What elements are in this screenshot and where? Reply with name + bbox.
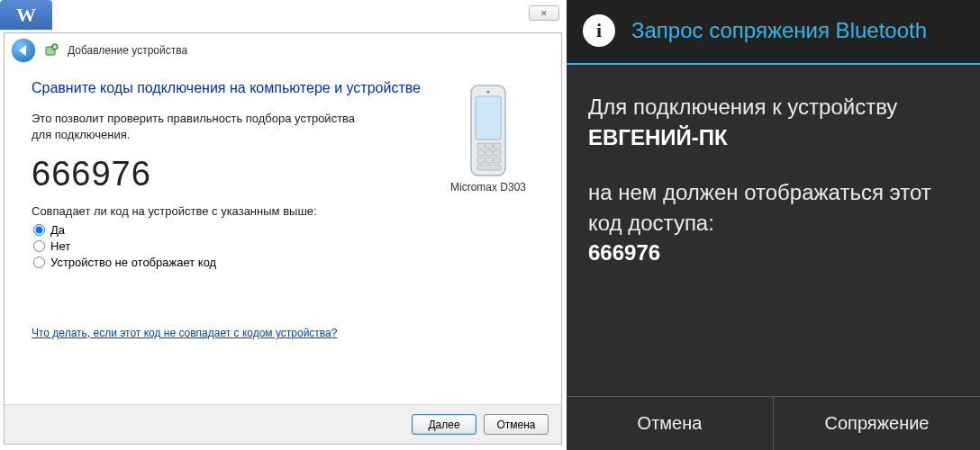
android-title: Запрос сопряжения Bluetooth (631, 17, 927, 44)
svg-rect-3 (476, 96, 501, 140)
radio-prompt: Совпадает ли код на устройстве с указанн… (32, 204, 534, 218)
radio-yes-input[interactable] (33, 224, 45, 236)
add-device-dialog: Добавление устройства Сравните коды подк… (4, 32, 562, 445)
android-header: i Запрос сопряжения Bluetooth (567, 0, 980, 65)
dialog-footer: Далее Отмена (5, 404, 561, 444)
next-button[interactable]: Далее (412, 414, 476, 435)
android-device-name: ЕВГЕНИЙ-ПК (588, 125, 728, 149)
android-line2: на нем должен отображаться этот код дост… (588, 180, 931, 235)
radio-nocode[interactable]: Устройство не отображает код (33, 256, 534, 269)
svg-rect-6 (485, 143, 493, 148)
radio-no-label: Нет (50, 239, 70, 253)
device-preview: Micromax D303 (440, 84, 536, 194)
window-close-button[interactable]: ✕ (529, 5, 559, 21)
device-name: Micromax D303 (440, 181, 536, 194)
svg-rect-9 (485, 150, 493, 156)
dialog-title: Добавление устройства (68, 44, 187, 57)
cancel-button[interactable]: Отмена (484, 414, 549, 435)
windows-pane: W ✕ Добавление устройства Сравните коды … (0, 0, 567, 450)
back-arrow-icon (19, 45, 26, 56)
back-button[interactable] (12, 39, 35, 62)
svg-rect-12 (485, 158, 493, 163)
android-footer: Отмена Сопряжение (567, 396, 980, 450)
svg-rect-14 (477, 165, 501, 170)
android-pairing-code: 666976 (588, 240, 660, 265)
android-message: Для подключения к устройству ЕВГЕНИЙ-ПК … (588, 92, 958, 268)
radio-nocode-input[interactable] (33, 256, 45, 268)
svg-point-4 (487, 91, 490, 94)
svg-rect-13 (494, 158, 501, 163)
android-line1: Для подключения к устройству (588, 94, 897, 119)
word-app-badge: W (0, 0, 52, 30)
dialog-description: Это позволит проверить правильность подб… (32, 111, 374, 142)
svg-rect-8 (477, 150, 485, 156)
android-cancel-button[interactable]: Отмена (567, 397, 774, 450)
radio-no-input[interactable] (33, 240, 45, 252)
info-icon: i (583, 14, 615, 47)
radio-nocode-label: Устройство не отображает код (50, 256, 216, 269)
radio-group: Да Нет Устройство не отображает код (33, 223, 534, 269)
dialog-header: Добавление устройства (5, 33, 561, 68)
radio-no[interactable]: Нет (33, 239, 534, 253)
android-pair-button[interactable]: Сопряжение (774, 397, 980, 450)
radio-yes[interactable]: Да (33, 223, 534, 237)
dialog-body: Сравните коды подключения на компьютере … (5, 68, 561, 399)
svg-rect-10 (494, 150, 501, 156)
svg-rect-11 (477, 158, 485, 163)
radio-yes-label: Да (50, 223, 65, 237)
phone-icon (461, 84, 515, 177)
android-pane: i Запрос сопряжения Bluetooth Для подклю… (567, 0, 980, 450)
word-letter: W (16, 4, 36, 27)
android-body: Для подключения к устройству ЕВГЕНИЙ-ПК … (567, 65, 980, 396)
svg-rect-5 (477, 143, 485, 148)
svg-rect-7 (494, 143, 501, 148)
help-link[interactable]: Что делать, если этот код не совпадает с… (32, 327, 337, 339)
add-device-icon (44, 43, 59, 58)
